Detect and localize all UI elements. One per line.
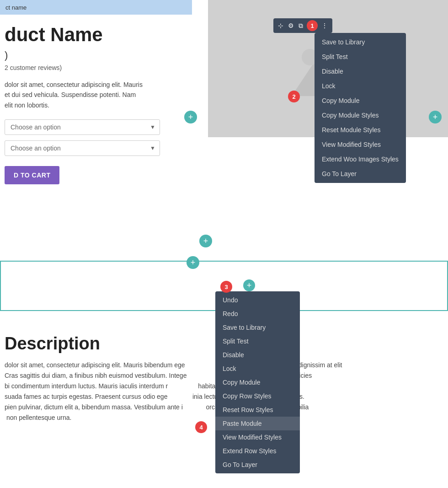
- product-description: dolor sit amet, consectetur adipiscing e…: [5, 80, 201, 110]
- plus-icon: +: [433, 113, 438, 121]
- select-option-2[interactable]: Choose an option: [5, 140, 160, 156]
- add-column-right-button[interactable]: +: [429, 111, 442, 123]
- menu-item-copy-module-styles-1[interactable]: Copy Module Styles: [315, 108, 406, 123]
- menu-item-disable-1[interactable]: Disable: [315, 64, 406, 79]
- badge-2: 2: [288, 91, 300, 102]
- product-price: ): [5, 49, 201, 61]
- menu-item-lock-1[interactable]: Lock: [315, 79, 406, 93]
- select-wrapper-1[interactable]: Choose an option ▼: [5, 119, 160, 135]
- menu-item-go-to-layer-2[interactable]: Go To Layer: [215, 458, 300, 472]
- menu-item-disable-2[interactable]: Disable: [215, 348, 300, 362]
- context-menu-row: Undo Redo Save to Library Split Test Dis…: [215, 291, 300, 473]
- add-module-row-button[interactable]: +: [243, 279, 255, 291]
- select-option-1[interactable]: Choose an option: [5, 119, 160, 135]
- plus-icon: +: [188, 113, 193, 121]
- top-bar-label: ct name: [5, 4, 27, 11]
- badge-4: 4: [195, 421, 207, 433]
- add-column-left-button[interactable]: +: [184, 111, 197, 123]
- menu-item-view-modified-1[interactable]: View Modified Styles: [315, 137, 406, 152]
- menu-item-go-to-layer-1[interactable]: Go To Layer: [315, 166, 406, 181]
- product-reviews: 2 customer reviews): [5, 64, 201, 71]
- menu-item-reset-module-styles-1[interactable]: Reset Module Styles: [315, 123, 406, 137]
- menu-item-lock-2[interactable]: Lock: [215, 362, 300, 375]
- menu-item-split-test-1[interactable]: Split Test: [315, 49, 406, 64]
- module-toolbar[interactable]: ⊹ ⚙ ⧉ 1 ⋮: [273, 18, 332, 33]
- more-icon[interactable]: ⋮: [320, 21, 329, 30]
- menu-item-view-modified-2[interactable]: View Modified Styles: [215, 430, 300, 444]
- menu-item-extend-woo-1[interactable]: Extend Woo Images Styles: [315, 152, 406, 166]
- add-to-cart-button[interactable]: D TO CART: [5, 166, 59, 184]
- menu-item-reset-row-styles[interactable]: Reset Row Styles: [215, 403, 300, 417]
- add-row-above-button[interactable]: +: [199, 235, 212, 247]
- menu-item-copy-row-styles[interactable]: Copy Row Styles: [215, 389, 300, 403]
- select-wrapper-2[interactable]: Choose an option ▼: [5, 140, 160, 156]
- badge-3: 3: [220, 281, 232, 293]
- product-name: duct Name: [5, 24, 201, 46]
- copy-icon[interactable]: ⧉: [298, 21, 304, 31]
- menu-item-redo[interactable]: Redo: [215, 307, 300, 321]
- menu-item-paste-module[interactable]: Paste Module: [215, 417, 300, 430]
- top-bar: ct name: [0, 0, 192, 15]
- menu-item-split-test-2[interactable]: Split Test: [215, 334, 300, 348]
- menu-item-copy-module-1[interactable]: Copy Module: [315, 93, 406, 108]
- context-menu-module: Save to Library Split Test Disable Lock …: [315, 33, 406, 183]
- add-row-top-button[interactable]: +: [187, 256, 199, 269]
- menu-item-extend-row-styles[interactable]: Extend Row Styles: [215, 444, 300, 458]
- plus-icon: +: [247, 281, 252, 290]
- menu-item-copy-module-2[interactable]: Copy Module: [215, 375, 300, 389]
- gear-icon[interactable]: ⚙: [287, 21, 295, 30]
- menu-item-undo[interactable]: Undo: [215, 293, 300, 307]
- plus-icon: +: [203, 237, 208, 245]
- menu-item-save-library-2[interactable]: Save to Library: [215, 321, 300, 334]
- menu-item-save-library-1[interactable]: Save to Library: [315, 35, 406, 49]
- plus-icon: +: [191, 258, 196, 267]
- product-section: duct Name ) 2 customer reviews) dolor si…: [0, 15, 210, 193]
- move-icon[interactable]: ⊹: [277, 21, 284, 30]
- badge-1[interactable]: 1: [307, 20, 318, 31]
